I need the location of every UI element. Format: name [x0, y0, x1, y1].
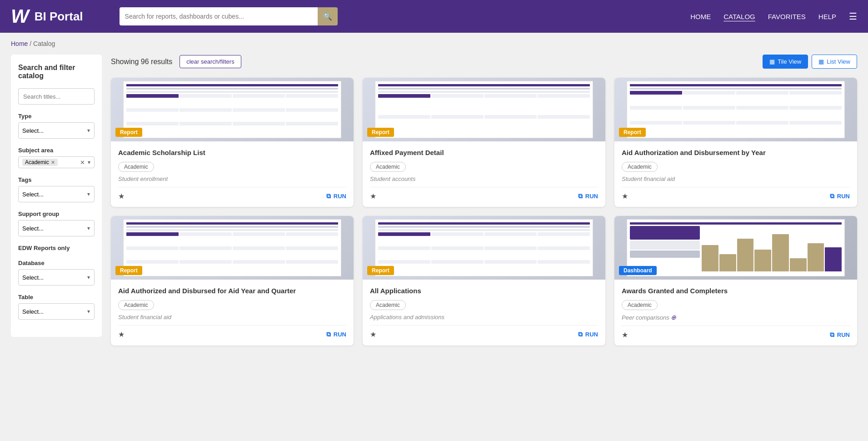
card-3-title: Aid Authorization and Disbursement by Ye… [622, 148, 850, 157]
cards-grid: Report Academic Scholarship List Academi… [111, 78, 857, 346]
preview-cell [378, 246, 430, 250]
card-3: Report Aid Authorization and Disbursemen… [614, 78, 857, 207]
database-filter-label: Database [18, 260, 95, 266]
card-5-subject[interactable]: Academic [370, 300, 406, 310]
card-6-subject[interactable]: Academic [622, 300, 658, 310]
card-4-preview-content [123, 219, 342, 276]
table-select[interactable]: Select... [18, 303, 95, 320]
card-2-run-icon: ⧉ [578, 192, 583, 200]
view-toggle: ▦ Tile View ▦ List View [763, 55, 857, 69]
card-1-bookmark-icon[interactable]: ★ [118, 192, 125, 200]
hamburger-menu-icon[interactable]: ☰ [849, 11, 857, 22]
card-4: Report Aid Authorized and Disbursed for … [111, 216, 354, 346]
card-5-bookmark-icon[interactable]: ★ [370, 330, 376, 339]
preview-cell [431, 232, 484, 236]
support-group-filter-group: Support group Select... [18, 210, 95, 236]
preview-cell [538, 232, 590, 236]
clear-filters-button[interactable]: clear search/filters [180, 55, 241, 68]
card-1-subject[interactable]: Academic [118, 162, 154, 172]
preview-cell [630, 121, 682, 125]
card-3-run-icon: ⧉ [830, 192, 834, 200]
logo[interactable]: W BI Portal [11, 7, 83, 26]
type-select[interactable]: Select... Report Dashboard Cube [18, 122, 95, 139]
preview-row-2 [126, 91, 339, 93]
subject-area-select[interactable]: Academic ✕ ✕ ▾ [18, 156, 95, 168]
preview-cell [126, 232, 179, 236]
database-select[interactable]: Select... [18, 269, 95, 286]
database-select-wrapper: Select... [18, 269, 95, 286]
preview-cell [180, 94, 232, 98]
preview-table [126, 232, 339, 273]
preview-row-2 [378, 91, 590, 93]
card-4-bookmark-icon[interactable]: ★ [118, 330, 125, 339]
tags-select[interactable]: Select... [18, 186, 95, 202]
chart-bar-2 [719, 254, 736, 271]
list-view-button[interactable]: ▦ List View [812, 55, 857, 69]
preview-table [378, 94, 590, 135]
card-3-subject[interactable]: Academic [622, 162, 658, 172]
card-4-title: Aid Authorized and Disbursed for Aid Yea… [118, 286, 346, 296]
preview-cell [286, 122, 338, 125]
card-3-bookmark-icon[interactable]: ★ [622, 192, 628, 200]
preview-cell [484, 115, 537, 119]
card-1-footer: ★ ⧉ RUN [118, 187, 346, 200]
card-3-preview: Report [614, 78, 857, 141]
preview-table [630, 91, 842, 135]
preview-cell [683, 91, 735, 95]
title-search-input[interactable] [18, 88, 95, 105]
tile-view-icon: ▦ [769, 58, 775, 65]
card-2-run-button[interactable]: ⧉ RUN [578, 192, 598, 200]
card-2-bookmark-icon[interactable]: ★ [370, 192, 376, 200]
tile-view-button[interactable]: ▦ Tile View [763, 55, 808, 69]
preview-cell [286, 260, 338, 264]
card-5-run-icon: ⧉ [578, 331, 583, 338]
nav-help[interactable]: HELP [818, 13, 836, 20]
preview-cell [180, 108, 232, 112]
card-6-run-button[interactable]: ⧉ RUN [830, 331, 850, 339]
card-2-subject[interactable]: Academic [370, 162, 406, 172]
preview-cell [484, 232, 537, 236]
global-search-input[interactable] [120, 7, 318, 25]
global-search-button[interactable]: 🔍 [318, 7, 338, 25]
breadcrumb-home-link[interactable]: Home [11, 40, 28, 47]
subject-tag-remove-icon[interactable]: ✕ [51, 160, 55, 165]
logo-title: BI Portal [35, 10, 83, 24]
card-5: Report All Applications Academic Applica… [363, 216, 605, 346]
card-5-body: All Applications Academic Applications a… [363, 280, 605, 345]
card-5-run-button[interactable]: ⧉ RUN [578, 331, 598, 338]
preview-header [378, 84, 590, 86]
preview-cell [378, 94, 430, 98]
card-5-preview-img [363, 216, 605, 280]
card-4-run-button[interactable]: ⧉ RUN [326, 331, 346, 338]
chart-bar-8 [825, 247, 842, 271]
card-3-description: Student financial aid [622, 175, 850, 182]
nav-home[interactable]: HOME [690, 13, 711, 20]
subject-chevron-icon[interactable]: ▾ [88, 159, 90, 165]
preview-cell [484, 94, 537, 98]
chart-bar-7 [808, 243, 824, 271]
card-2-type-badge: Report [367, 128, 394, 137]
peer-comparisons-plus-icon[interactable]: ⊕ [671, 314, 676, 321]
nav-favorites[interactable]: FAVORITES [768, 13, 806, 20]
preview-header [126, 222, 339, 225]
nav-catalog[interactable]: CATALOG [723, 13, 755, 20]
card-4-footer: ★ ⧉ RUN [118, 325, 346, 339]
global-search: 🔍 [120, 7, 338, 25]
card-2-preview-content [375, 81, 594, 138]
card-2-title: Affixed Payment Detail [370, 148, 598, 157]
preview-cell [538, 115, 590, 119]
preview-block-3 [630, 251, 700, 258]
support-group-select[interactable]: Select... [18, 220, 95, 236]
card-1-run-button[interactable]: ⧉ RUN [326, 192, 346, 200]
card-3-run-button[interactable]: ⧉ RUN [830, 192, 850, 200]
card-6-bookmark-icon[interactable]: ★ [622, 331, 628, 339]
card-4-subject[interactable]: Academic [118, 300, 154, 310]
card-5-preview: Report [363, 216, 605, 280]
card-4-description: Student financial aid [118, 314, 346, 321]
main-nav: HOME CATALOG FAVORITES HELP ☰ [690, 11, 857, 22]
preview-cell [233, 246, 285, 250]
preview-cell [180, 122, 232, 125]
preview-row-1 [630, 88, 842, 90]
subject-clear-icon[interactable]: ✕ [80, 159, 85, 166]
preview-cell [286, 94, 338, 98]
